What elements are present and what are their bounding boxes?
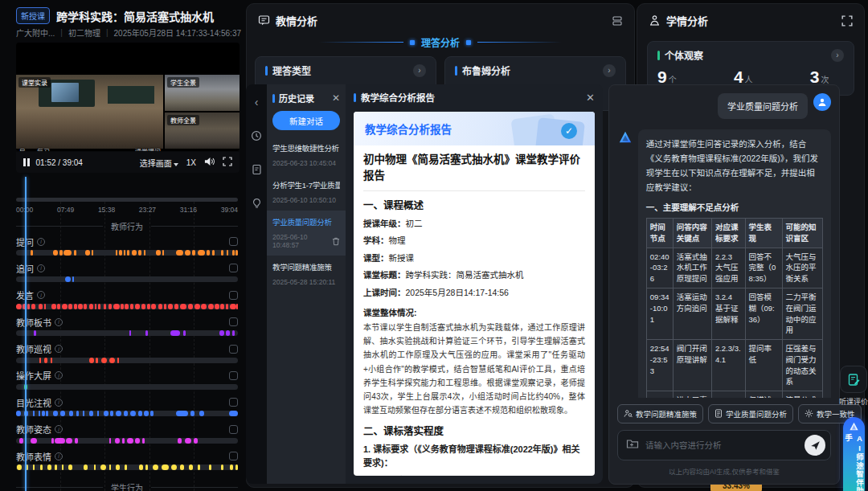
suggestion-chip[interactable]: 教学问题精准施策 bbox=[617, 404, 703, 423]
ai-chat-panel: 学业质量问题分析 通过对课堂师生问答记录的深入分析，结合《义务教育物理课程标准(… bbox=[608, 84, 840, 485]
school-name: 广大附中... bbox=[16, 27, 55, 39]
attach-folder-icon[interactable] bbox=[626, 438, 639, 452]
behavior-checkbox[interactable] bbox=[229, 345, 238, 354]
left-panel: 新授课 跨学科实践：简易活塞式抽水机 广大附中...| 初二物理| 2025年0… bbox=[0, 0, 245, 491]
select-view-dropdown[interactable]: 选择画面 bbox=[140, 157, 178, 169]
suggestion-chip[interactable]: 学业质量问题分析 bbox=[708, 404, 793, 423]
volume-icon[interactable] bbox=[204, 157, 215, 168]
video-controls: 01:52 / 39:04 选择画面 1X bbox=[16, 152, 240, 173]
chevron-right-icon[interactable]: › bbox=[603, 64, 616, 77]
video-player[interactable]: 课堂实录 学生全景 教师全景 导… 复习… 课堂提问 bbox=[16, 43, 240, 151]
pause-button[interactable] bbox=[23, 158, 30, 166]
close-icon[interactable]: ✕ bbox=[586, 92, 595, 103]
layout-switch-icon[interactable] bbox=[612, 15, 623, 27]
ai-disclaimer: 以上内容均由AI生成,仅供参考和借鉴 bbox=[617, 466, 831, 476]
close-icon[interactable]: ✕ bbox=[332, 93, 340, 103]
table-header: 问答内容关键点 bbox=[673, 219, 711, 248]
report-meta-line: 课型：新授课 bbox=[363, 250, 585, 268]
table-row: 22:54-23:53阀门开闭原理讲解2.2.3/3.4.1提问率低压强差与阀门… bbox=[646, 340, 822, 391]
behavior-checkbox[interactable] bbox=[229, 237, 238, 246]
behavior-track[interactable] bbox=[16, 438, 238, 444]
info-icon[interactable]: i bbox=[55, 318, 63, 326]
expand-fullscreen-icon[interactable] bbox=[841, 15, 853, 27]
behavior-label: 目光注视 bbox=[16, 396, 51, 409]
teaching-panel-title: 教情分析 bbox=[276, 13, 317, 28]
table-row: 34:44-35:00进水口直径讨论3.4.1 器材改进仅描述现象（34:53）… bbox=[646, 391, 822, 398]
ai-assistant-label: AI师途智伴助手 bbox=[842, 434, 865, 491]
new-chat-button[interactable]: 新建对话 bbox=[272, 111, 340, 130]
video-time: 01:52 / 39:04 bbox=[36, 158, 83, 167]
behavior-track[interactable] bbox=[16, 464, 238, 470]
video-feed-students[interactable]: 学生全景 bbox=[165, 75, 240, 111]
report-meta-line: 课堂标题：跨学科实践：简易活塞式抽水机 bbox=[363, 267, 585, 284]
behavior-track[interactable] bbox=[16, 358, 238, 363]
timeline-playhead[interactable] bbox=[25, 177, 27, 491]
behavior-row-提问: 提问i bbox=[16, 235, 238, 262]
timeline-overview-bar[interactable] bbox=[16, 198, 238, 202]
ai-section-title: 一、主要理解不足点分析 bbox=[646, 201, 823, 213]
lesson-evaluation-label: 听课评价 bbox=[839, 396, 868, 407]
info-icon[interactable]: i bbox=[55, 345, 63, 353]
send-button[interactable] bbox=[805, 435, 825, 456]
behavior-label: 操作大屏 bbox=[16, 369, 51, 382]
lesson-evaluation-button[interactable] bbox=[840, 366, 867, 393]
delete-icon[interactable] bbox=[332, 237, 340, 246]
video-feed-classroom[interactable]: 课堂实录 bbox=[16, 75, 163, 149]
chat-input-box bbox=[617, 430, 831, 460]
history-item[interactable]: 学业质量问题分析2025-06-10 10:48:57 bbox=[267, 211, 346, 256]
info-icon[interactable]: i bbox=[55, 371, 63, 379]
app: 新授课 跨学科实践：简易活塞式抽水机 广大附中...| 初二物理| 2025年0… bbox=[0, 0, 868, 491]
behavior-checkbox[interactable] bbox=[229, 425, 238, 434]
info-icon[interactable]: i bbox=[55, 399, 63, 407]
behavior-checkbox[interactable] bbox=[229, 452, 238, 460]
behavior-row-操作大屏: 操作大屏i bbox=[16, 370, 238, 396]
history-icon[interactable] bbox=[250, 129, 263, 142]
idea-bulb-icon[interactable] bbox=[250, 197, 263, 210]
behavior-track[interactable] bbox=[16, 304, 238, 309]
behavior-checkbox[interactable] bbox=[229, 317, 238, 326]
chat-messages: 学业质量问题分析 通过对课堂师生问答记录的深入分析，结合《义务教育物理课程标准(… bbox=[617, 93, 831, 398]
chat-input[interactable] bbox=[645, 440, 798, 450]
info-icon[interactable]: i bbox=[37, 238, 45, 246]
card-accent bbox=[455, 66, 457, 76]
table-header: 学生表现 bbox=[745, 219, 782, 248]
analysis-table: 时间节点问答内容关键点对应课标要求学生表现可能的知识盲区02:40-03:26活… bbox=[646, 218, 823, 398]
tab-ornament-icon bbox=[466, 40, 471, 45]
report-doc-icon[interactable] bbox=[250, 163, 263, 176]
tab-reply-analysis[interactable]: 理答分析 bbox=[421, 35, 460, 49]
info-icon[interactable]: i bbox=[55, 425, 63, 433]
behavior-track[interactable] bbox=[16, 384, 238, 390]
history-item[interactable]: 学生思维敏捷性分析2025-06-23 10:45:04 bbox=[267, 137, 346, 174]
info-icon[interactable]: i bbox=[55, 452, 63, 460]
info-icon[interactable]: i bbox=[37, 264, 45, 272]
chevron-right-icon[interactable]: › bbox=[831, 49, 844, 62]
behavior-track[interactable] bbox=[16, 276, 238, 282]
report-panel: 教学综合分析报告 ✕ ✓ 教学综合分析报告 初中物理《简易活塞式抽水机》课堂教学… bbox=[346, 84, 603, 484]
info-icon[interactable]: i bbox=[37, 291, 45, 299]
tab-ornament-icon bbox=[410, 40, 415, 45]
behavior-row-发言: 发言i bbox=[16, 289, 238, 316]
behavior-checkbox[interactable] bbox=[229, 398, 238, 407]
ai-assistant-button[interactable]: AI师途智伴助手 bbox=[843, 417, 865, 491]
ai-message-row: 通过对课堂师生问答记录的深入分析，结合《义务教育物理课程标准(2022年版)》，… bbox=[617, 129, 831, 398]
behavior-track[interactable] bbox=[16, 411, 238, 416]
behavior-checkbox[interactable] bbox=[229, 264, 238, 272]
behavior-track[interactable] bbox=[16, 330, 238, 336]
behavior-checkbox[interactable] bbox=[229, 371, 238, 380]
playback-speed-button[interactable]: 1X bbox=[186, 158, 196, 167]
report-window-title: 教学综合分析报告 bbox=[361, 91, 435, 104]
behavior-track[interactable] bbox=[16, 250, 238, 256]
fullscreen-icon[interactable] bbox=[223, 157, 232, 168]
behavior-checkbox[interactable] bbox=[229, 291, 238, 300]
report-meta-line: 授课年级：初二 bbox=[363, 215, 585, 233]
behavior-row-教师巡视: 教师巡视i bbox=[16, 343, 238, 370]
gear-icon bbox=[805, 409, 813, 419]
history-item[interactable]: 分析学生1-7学业质量2025-06-10 10:50:10 bbox=[267, 174, 346, 211]
class-info: 初二物理 bbox=[68, 27, 100, 39]
video-feed-teacher[interactable]: 教师全景 bbox=[165, 113, 240, 149]
collapse-icon[interactable]: ‹ bbox=[250, 96, 263, 108]
chevron-right-icon[interactable]: › bbox=[413, 64, 426, 77]
report-meta-line: 上课时间：2025年5月28日14:17-14:56 bbox=[363, 284, 585, 302]
history-item[interactable]: 教学问题精准施策2025-05-28 15:20:11 bbox=[267, 256, 346, 293]
behavior-label: 教师姿态 bbox=[16, 423, 51, 436]
